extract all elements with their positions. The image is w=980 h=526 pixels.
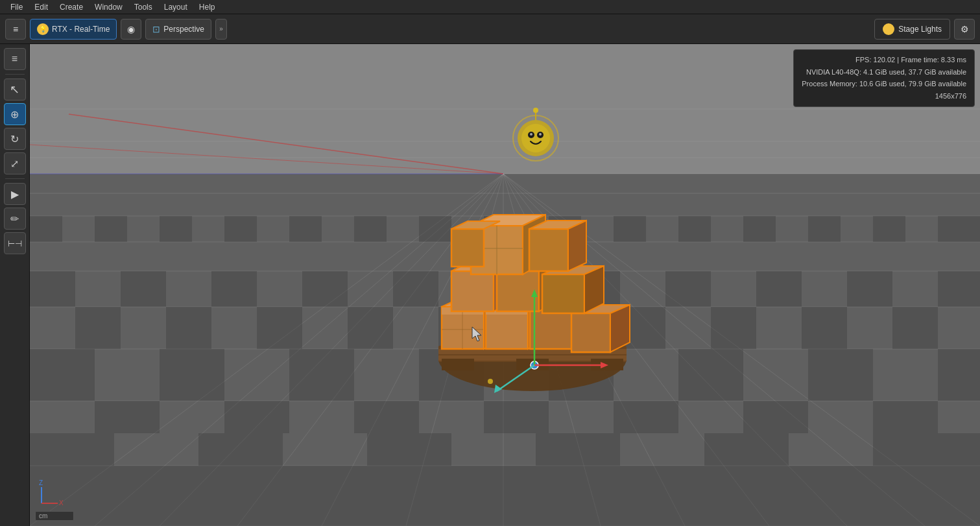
hamburger-icon: ≡: [13, 24, 18, 34]
unit-badge: cm: [35, 511, 74, 521]
sidebar-separator-2: [5, 178, 25, 179]
select-icon: ↖: [10, 82, 19, 97]
sidebar-tool-paint[interactable]: ✏: [4, 208, 26, 230]
svg-rect-78: [354, 216, 387, 242]
memory-text: Process Memory: 10.6 GiB used, 79.9 GiB …: [802, 78, 966, 90]
svg-rect-65: [257, 307, 302, 349]
svg-rect-76: [224, 216, 257, 242]
sidebar-separator-1: [5, 74, 25, 75]
svg-rect-44: [938, 349, 980, 401]
svg-rect-61: [847, 271, 892, 307]
svg-rect-87: [938, 216, 980, 242]
svg-rect-36: [789, 466, 873, 526]
svg-rect-46: [224, 401, 289, 433]
svg-rect-54: [211, 271, 257, 307]
svg-rect-86: [873, 216, 905, 242]
transform-icon: ⊕: [10, 108, 19, 121]
svg-point-131: [539, 133, 542, 136]
menu-file[interactable]: File: [5, 1, 28, 13]
svg-rect-37: [30, 349, 95, 401]
svg-rect-111: [542, 274, 584, 313]
sidebar-toggle-button[interactable]: ≡: [5, 19, 26, 40]
render-icon: ◉: [127, 24, 135, 34]
svg-rect-83: [678, 216, 711, 242]
svg-point-124: [488, 379, 493, 384]
svg-rect-85: [808, 216, 841, 242]
sidebar-tool-scale[interactable]: ⤢: [4, 152, 26, 174]
svg-rect-48: [484, 401, 549, 433]
play-icon: ▶: [11, 188, 19, 200]
svg-rect-60: [756, 271, 802, 307]
svg-rect-49: [614, 401, 678, 433]
svg-rect-115: [529, 229, 568, 271]
toolbar: ≡ 💡 RTX - Real-Time ◉ ⊡ Perspective » St…: [0, 14, 980, 44]
bottom-left-indicators: Z X cm: [35, 477, 74, 521]
stage-lights-button[interactable]: Stage Lights: [874, 19, 950, 40]
svg-rect-56: [393, 271, 438, 307]
more-options-button[interactable]: »: [215, 19, 227, 40]
svg-rect-33: [283, 466, 367, 526]
paint-icon: ✏: [10, 213, 19, 225]
svg-rect-35: [620, 466, 704, 526]
rotate-icon: ↻: [10, 133, 19, 145]
svg-rect-84: [743, 216, 776, 242]
svg-rect-110: [497, 271, 539, 311]
sidebar-tool-measure[interactable]: ⊢⊣: [4, 232, 26, 254]
scale-icon: ⤢: [10, 158, 19, 170]
svg-rect-28: [367, 433, 451, 526]
fps-text: FPS: 120.02 | Frame time: 8.33 ms: [802, 54, 966, 66]
svg-rect-79: [419, 216, 451, 242]
svg-rect-31: [873, 433, 980, 526]
svg-rect-50: [743, 401, 808, 433]
settings-button[interactable]: ⚙: [954, 19, 975, 40]
svg-rect-27: [198, 433, 283, 526]
sidebar-tool-rotate[interactable]: ↻: [4, 128, 26, 150]
sidebar-tool-transform[interactable]: ⊕: [4, 103, 26, 125]
svg-point-130: [530, 133, 532, 136]
svg-rect-59: [665, 271, 711, 307]
rtx-label: RTX - Real-Time: [52, 25, 110, 34]
svg-rect-77: [289, 216, 322, 242]
svg-rect-72: [892, 307, 938, 349]
rtx-button[interactable]: 💡 RTX - Real-Time: [30, 19, 117, 40]
chevron-icon: »: [219, 25, 223, 32]
svg-rect-55: [302, 271, 348, 307]
menu-layout[interactable]: Layout: [159, 1, 193, 13]
svg-rect-75: [160, 216, 192, 242]
sidebar-tool-select[interactable]: ↖: [4, 78, 26, 101]
svg-rect-64: [166, 307, 211, 349]
left-sidebar: ≡ ↖ ⊕ ↻ ⤢ ▶ ✏ ⊢⊣: [0, 44, 30, 526]
menu-edit[interactable]: Edit: [29, 1, 53, 13]
svg-rect-116: [451, 229, 484, 267]
svg-rect-74: [95, 216, 127, 242]
perspective-button[interactable]: ⊡ Perspective: [145, 19, 211, 40]
svg-rect-39: [289, 349, 354, 401]
svg-rect-63: [75, 307, 121, 349]
sidebar-tool-hamburger[interactable]: ≡: [4, 48, 26, 70]
viewport-background: [30, 44, 980, 526]
svg-rect-109: [451, 271, 494, 311]
hamburger-icon: ≡: [12, 53, 18, 65]
menu-tools[interactable]: Tools: [129, 1, 158, 13]
svg-rect-52: [30, 271, 75, 307]
stats-overlay: FPS: 120.02 | Frame time: 8.33 ms NVIDIA…: [793, 49, 975, 107]
svg-rect-53: [121, 271, 166, 307]
svg-rect-71: [802, 307, 847, 349]
svg-rect-32: [114, 466, 198, 526]
camera-icon: ⊡: [152, 24, 160, 34]
menu-window[interactable]: Window: [90, 1, 128, 13]
3d-viewport[interactable]: FPS: 120.02 | Frame time: 8.33 ms NVIDIA…: [30, 44, 980, 526]
menu-create[interactable]: Create: [54, 1, 88, 13]
menubar: File Edit Create Window Tools Layout Hel…: [0, 0, 980, 14]
svg-rect-42: [678, 349, 743, 401]
svg-rect-73: [30, 216, 62, 242]
render-settings-button[interactable]: ◉: [121, 19, 141, 40]
svg-point-133: [533, 108, 538, 113]
resolution-text: 1456x776: [802, 90, 966, 102]
svg-rect-38: [160, 349, 224, 401]
svg-rect-66: [348, 307, 393, 349]
sidebar-tool-play[interactable]: ▶: [4, 183, 26, 205]
svg-rect-47: [354, 401, 419, 433]
svg-text:X: X: [59, 499, 64, 507]
menu-help[interactable]: Help: [194, 1, 221, 13]
